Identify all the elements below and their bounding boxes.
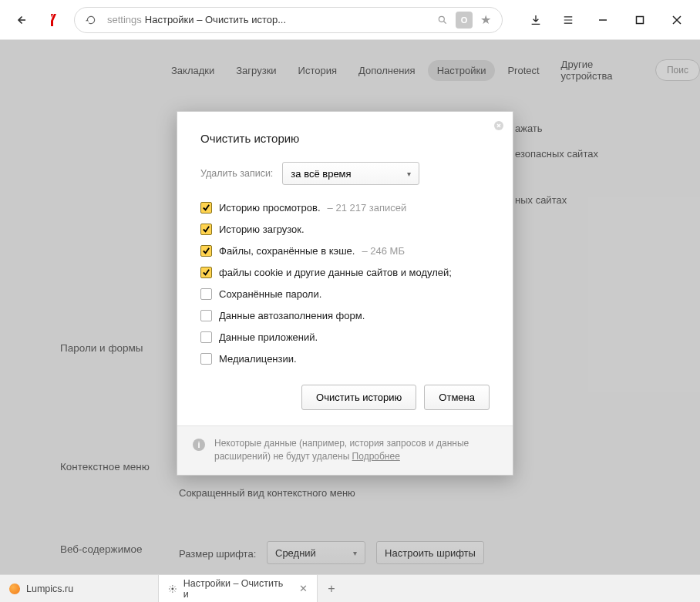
cancel-button[interactable]: Отмена	[424, 385, 490, 410]
dialog-footnote: Некоторые данные (например, история запр…	[214, 437, 497, 464]
gear-icon	[168, 584, 177, 594]
checkbox[interactable]	[200, 224, 212, 235]
clear-history-button[interactable]: Очистить историю	[301, 385, 416, 410]
clear-option: файлы cookie и другие данные сайтов и мо…	[200, 267, 490, 278]
clear-option: Историю загрузок.	[200, 224, 490, 235]
minimize-icon	[598, 15, 607, 25]
checkbox[interactable]	[200, 202, 212, 214]
clear-option: Медиалицензии.	[200, 353, 490, 365]
tab-settings-page[interactable]: Настройки – Очистить и ✕	[159, 575, 318, 602]
checkbox[interactable]	[200, 310, 212, 321]
option-extra: – 21 217 записей	[328, 202, 407, 214]
address-bar[interactable]: settings Настройки – Очистить истор... О…	[74, 7, 503, 33]
tab-label: Lumpics.ru	[26, 584, 73, 594]
option-label: Данные приложений.	[219, 331, 318, 343]
time-range-select[interactable]: за всё время ▾	[282, 162, 419, 185]
checkbox[interactable]	[200, 353, 212, 365]
clear-option: Данные автозаполнения форм.	[200, 310, 490, 321]
svg-rect-1	[637, 16, 644, 23]
maximize-icon	[635, 15, 644, 25]
dialog-title: Очистить историю	[200, 132, 490, 145]
clear-options-list: Историю просмотров. – 21 217 записейИсто…	[200, 202, 490, 365]
checkbox[interactable]	[200, 245, 212, 257]
download-icon	[530, 14, 542, 26]
clear-option: Данные приложений.	[200, 331, 490, 343]
learn-more-link[interactable]: Подробнее	[352, 451, 400, 462]
dialog-close-button[interactable]	[491, 118, 506, 133]
protect-badge[interactable]: О	[456, 12, 473, 29]
address-path-prefix: settings	[107, 14, 142, 25]
option-label: Данные автозаполнения форм.	[219, 310, 365, 321]
svg-point-3	[171, 587, 173, 590]
downloads-button[interactable]	[521, 8, 550, 32]
close-icon	[494, 121, 503, 130]
checkbox[interactable]	[200, 267, 212, 278]
clear-option: Файлы, сохранённые в кэше. – 246 МБ	[200, 245, 490, 257]
checkbox[interactable]	[200, 331, 212, 343]
yandex-icon	[47, 13, 59, 27]
svg-point-0	[439, 16, 444, 22]
option-label: Файлы, сохранённые в кэше.	[219, 245, 355, 257]
close-icon	[672, 15, 681, 25]
search-icon[interactable]	[437, 15, 448, 25]
option-label: Сохранённые пароли.	[219, 288, 321, 300]
window-maximize[interactable]	[623, 8, 657, 32]
bottom-tab-bar: Lumpics.ru Настройки – Очистить и ✕ +	[0, 574, 700, 602]
hamburger-icon	[562, 15, 574, 25]
tab-lumpics[interactable]: Lumpics.ru	[0, 575, 159, 602]
time-range-label: Удалить записи:	[200, 168, 273, 179]
arrow-left-icon	[14, 13, 28, 27]
browser-titlebar: settings Настройки – Очистить истор... О…	[0, 0, 700, 40]
bookmark-star-icon[interactable]: ★	[480, 12, 491, 27]
chevron-down-icon: ▾	[407, 170, 411, 178]
window-minimize[interactable]	[586, 8, 620, 32]
footnote-text: Некоторые данные (например, история запр…	[214, 438, 469, 462]
window-close[interactable]	[660, 8, 694, 32]
tab-close-button[interactable]: ✕	[299, 583, 308, 594]
option-label: Историю просмотров.	[219, 202, 321, 214]
back-button[interactable]	[6, 8, 35, 32]
reload-icon[interactable]	[86, 15, 96, 25]
settings-page: Закладки Загрузки История Дополнения Нас…	[0, 40, 700, 574]
favicon-lumpics-icon	[9, 584, 20, 594]
clear-option: Историю просмотров. – 21 217 записей	[200, 202, 490, 214]
info-icon: i	[193, 439, 205, 451]
option-label: Историю загрузок.	[219, 224, 305, 235]
tab-label: Настройки – Очистить и	[183, 578, 288, 600]
address-path-title: Настройки – Очистить истор...	[145, 14, 286, 25]
time-range-value: за всё время	[291, 168, 351, 180]
new-tab-button[interactable]: +	[318, 575, 345, 602]
option-extra: – 246 МБ	[362, 245, 405, 257]
option-label: Медиалицензии.	[219, 353, 297, 365]
yandex-logo[interactable]	[39, 8, 68, 32]
clear-history-dialog: Очистить историю Удалить записи: за всё …	[177, 111, 513, 476]
option-label: файлы cookie и другие данные сайтов и мо…	[219, 267, 452, 278]
menu-button[interactable]	[554, 8, 583, 32]
clear-option: Сохранённые пароли.	[200, 288, 490, 300]
checkbox[interactable]	[200, 288, 212, 300]
